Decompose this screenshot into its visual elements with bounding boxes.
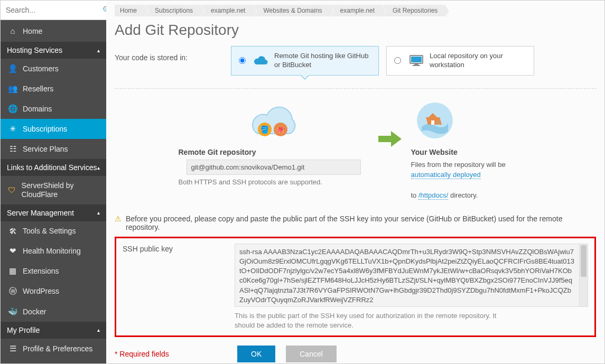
stored-in-label: Your code is stored in: bbox=[115, 46, 226, 62]
svg-rect-1 bbox=[411, 57, 422, 62]
user-icon: 👤 bbox=[8, 64, 17, 73]
sidebar-item-resellers[interactable]: 👥 Resellers bbox=[1, 79, 106, 99]
sidebar-item-profile[interactable]: ☰ Profile & Preferences bbox=[1, 339, 106, 359]
sidebar-item-customers[interactable]: 👤 Customers bbox=[1, 59, 106, 79]
wordpress-icon: ⓦ bbox=[8, 286, 17, 296]
sidebar-item-tools[interactable]: 🛠 Tools & Settings bbox=[1, 221, 106, 241]
sidebar-item-label: Docker bbox=[23, 307, 46, 316]
main-content: Home Subscriptions example.net Websites … bbox=[106, 1, 604, 363]
home-icon: ⌂ bbox=[8, 26, 17, 35]
choice-local-radio[interactable] bbox=[394, 57, 401, 64]
ssh-key-block: SSH public key ssh-rsa AAAAB3NzaC1yc2EAA… bbox=[115, 237, 596, 337]
grid-icon: ▦ bbox=[8, 266, 17, 276]
docker-icon: 🐳 bbox=[8, 307, 17, 316]
choice-remote-hosting[interactable]: Remote Git hosting like GitHub or BitBuc… bbox=[231, 46, 379, 76]
monitor-icon bbox=[408, 54, 424, 67]
list-icon: ☰ bbox=[8, 344, 17, 353]
ssh-key-textarea[interactable]: ssh-rsa AAAAB3NzaC1yc2EAAAADAQABAAACAQDm… bbox=[235, 244, 580, 307]
search-bar: 🔍 bbox=[1, 1, 106, 20]
sidebar-section-server[interactable]: Server Management ▴ bbox=[1, 204, 106, 221]
website-heading: Your Website bbox=[411, 148, 458, 156]
sidebar-item-docker[interactable]: 🐳 Docker bbox=[1, 302, 106, 322]
sidebar: 🔍 ⌂ Home Hosting Services ▴ 👤 Customers … bbox=[1, 1, 106, 363]
ssh-key-hint: This is the public part of the SSH key u… bbox=[235, 311, 509, 330]
breadcrumb-item[interactable]: example.net bbox=[201, 5, 253, 16]
sidebar-item-label: ServerShield by CloudFlare bbox=[22, 181, 100, 199]
ok-button[interactable]: OK bbox=[237, 346, 275, 362]
globe-icon: 🌐 bbox=[8, 104, 17, 114]
sidebar-section-profile[interactable]: My Profile ▴ bbox=[1, 322, 106, 339]
warning-icon: ⚠ bbox=[115, 214, 122, 223]
sidebar-item-label: Resellers bbox=[23, 85, 53, 93]
cloud-illustration: 🪣 🐙 bbox=[242, 98, 305, 141]
svg-rect-3 bbox=[413, 65, 420, 66]
sidebar-item-label: WordPress bbox=[23, 287, 59, 295]
sidebar-item-label: Health Monitoring bbox=[23, 247, 81, 255]
heart-icon: ❤ bbox=[8, 246, 17, 256]
github-icon: 🐙 bbox=[274, 123, 287, 136]
ssh-key-label: SSH public key bbox=[123, 244, 228, 330]
sidebar-section-hosting[interactable]: Hosting Services ▴ bbox=[1, 42, 106, 59]
scrollbar[interactable] bbox=[580, 244, 588, 307]
bitbucket-icon: 🪣 bbox=[258, 123, 272, 136]
plans-icon: ☷ bbox=[8, 144, 17, 154]
scrollbar-thumb[interactable] bbox=[581, 245, 587, 277]
page-title: Add Git Repository bbox=[115, 22, 596, 39]
sidebar-item-label: Customers bbox=[23, 64, 59, 73]
cloud-icon bbox=[253, 55, 269, 67]
choice-label: Remote Git hosting like GitHub or BitBuc… bbox=[274, 52, 371, 70]
sidebar-item-home[interactable]: ⌂ Home bbox=[1, 20, 106, 42]
sidebar-item-label: Subscriptions bbox=[23, 125, 67, 133]
users-icon: 👥 bbox=[8, 84, 17, 94]
required-fields-label: Required fields bbox=[115, 350, 227, 358]
sidebar-item-label: Tools & Settings bbox=[23, 227, 76, 235]
sidebar-item-password[interactable]: 🔑 Change Password bbox=[1, 359, 106, 363]
shield-icon: 🛡 bbox=[8, 185, 16, 194]
sidebar-item-health[interactable]: ❤ Health Monitoring bbox=[1, 241, 106, 261]
website-illustration bbox=[411, 98, 459, 141]
breadcrumb-item[interactable]: Git Repositories bbox=[383, 5, 445, 16]
breadcrumb: Home Subscriptions example.net Websites … bbox=[115, 1, 596, 18]
breadcrumb-item[interactable]: Home bbox=[115, 5, 144, 16]
breadcrumb-item[interactable]: example.net bbox=[331, 5, 382, 16]
choice-local-repo[interactable]: Local repository on your workstation bbox=[386, 46, 534, 76]
tools-icon: 🛠 bbox=[8, 227, 17, 236]
arrow-illustration bbox=[369, 98, 411, 148]
sidebar-item-label: Extensions bbox=[23, 267, 59, 275]
auto-deploy-link[interactable]: automatically deployed bbox=[411, 171, 481, 179]
sidebar-section-links[interactable]: Links to Additional Services ▴ bbox=[1, 159, 106, 176]
sidebar-item-label: Service Plans bbox=[23, 145, 68, 153]
svg-rect-2 bbox=[414, 64, 418, 65]
chevron-up-icon: ▴ bbox=[97, 165, 100, 171]
svg-rect-5 bbox=[431, 120, 434, 125]
cancel-button[interactable]: Cancel bbox=[286, 346, 337, 362]
choice-remote-radio[interactable] bbox=[239, 57, 246, 64]
warning-text: Before you proceed, please copy and past… bbox=[126, 214, 596, 231]
sidebar-item-service-plans[interactable]: ☷ Service Plans bbox=[1, 139, 106, 159]
chevron-up-icon: ▴ bbox=[97, 327, 100, 333]
sidebar-item-servershield[interactable]: 🛡 ServerShield by CloudFlare bbox=[1, 176, 106, 204]
sidebar-item-domains[interactable]: 🌐 Domains bbox=[1, 99, 106, 119]
remote-repo-hint: Both HTTPS and SSH protocols are support… bbox=[179, 178, 322, 186]
svg-rect-6 bbox=[436, 120, 440, 125]
choice-label: Local repository on your workstation bbox=[430, 52, 526, 70]
search-icon[interactable]: 🔍 bbox=[100, 6, 106, 14]
chevron-up-icon: ▴ bbox=[97, 48, 100, 53]
search-input[interactable] bbox=[4, 4, 100, 16]
sidebar-item-label: Home bbox=[23, 27, 42, 35]
breadcrumb-item[interactable]: Subscriptions bbox=[145, 5, 200, 16]
sidebar-item-subscriptions[interactable]: ✳ Subscriptions bbox=[1, 119, 106, 139]
sidebar-item-label: Domains bbox=[23, 105, 52, 113]
remote-repo-heading: Remote Git repository bbox=[179, 148, 256, 156]
chevron-up-icon: ▴ bbox=[97, 210, 100, 216]
sidebar-item-extensions[interactable]: ▦ Extensions bbox=[1, 261, 106, 281]
remote-repo-input[interactable] bbox=[187, 160, 361, 175]
website-description: Files from the repository will be automa… bbox=[411, 160, 533, 201]
breadcrumb-item[interactable]: Websites & Domains bbox=[254, 5, 329, 16]
httpdocs-link[interactable]: /httpdocs/ bbox=[418, 191, 448, 200]
gear-icon: ✳ bbox=[8, 124, 17, 134]
sidebar-item-wordpress[interactable]: ⓦ WordPress bbox=[1, 281, 106, 302]
sidebar-item-label: Profile & Preferences bbox=[23, 344, 92, 353]
